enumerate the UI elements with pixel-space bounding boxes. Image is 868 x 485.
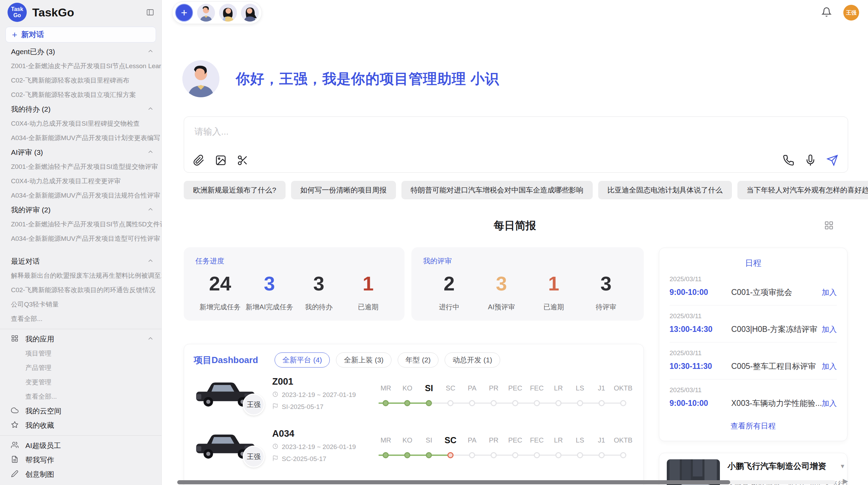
schedule-title: 日程 [670, 258, 837, 269]
doc-icon [11, 456, 19, 465]
sidebar-section-header[interactable]: 最近对话 [0, 254, 161, 269]
suggestion-chip[interactable]: 比亚迪全固态电池计划具体说了什么 [598, 181, 732, 199]
chevron-up-icon[interactable] [147, 335, 154, 344]
app-logo: Task Go [8, 3, 27, 22]
horizontal-scrollbar[interactable] [177, 480, 835, 484]
layout-grid-icon[interactable] [824, 221, 834, 232]
chat-input[interactable] [184, 117, 848, 172]
scissors-icon[interactable] [237, 154, 249, 167]
brief-stat: 3待评审 [580, 272, 632, 312]
schedule-item[interactable]: 2025/03/1113:00-14:30C003|H0B-方案冻结评审加入 [670, 305, 837, 342]
chevron-up-icon[interactable] [147, 257, 154, 266]
sidebar-item[interactable]: 解释最新出台的欧盟报废车法规再生塑料比例被调至15%... [0, 269, 161, 283]
new-chat-button[interactable]: + 新对话 [5, 27, 156, 42]
sidebar-app-item[interactable]: 查看全部... [0, 389, 161, 404]
milestone-label: SC [446, 383, 455, 393]
sidebar-item[interactable]: C0X4-动力总成开发项目工程变更评审 [0, 174, 161, 188]
schedule-item[interactable]: 2025/03/119:00-10:00X003-车辆动力学性能验...加入 [670, 379, 837, 416]
greeting-block: 你好，王强，我是你的项目管理助理 小识 [182, 60, 499, 97]
sidebar-item-star[interactable]: 我的收藏 [0, 418, 161, 433]
milestone-label: OKTB [614, 435, 632, 445]
sidebar-section-header[interactable]: 我的评审 (2) [0, 203, 161, 217]
sidebar-app-item[interactable]: 项目管理 [0, 346, 161, 361]
project-row[interactable]: 王强A0342023-12-19 ~ 2026-01-19SC-2025-05-… [194, 420, 634, 472]
scrollbar-thumb[interactable] [177, 480, 730, 484]
scroll-down-arrow-icon[interactable]: ▼ [840, 463, 845, 470]
milestone-label: SC [445, 435, 457, 445]
user-avatar[interactable]: 王强 [843, 5, 859, 21]
sidebar-app-item[interactable]: 变更管理 [0, 375, 161, 389]
sidebar-item[interactable]: Z001-全新燃油皮卡产品开发项目SI节点Lesson Learn报告 [0, 59, 161, 73]
suggestion-chip[interactable]: 如何写一份清晰的项目周报 [291, 181, 396, 199]
schedule-row: 9:00-10:00C001-立项审批会加入 [670, 287, 837, 298]
sidebar-section-my-apps[interactable]: 我的应用 [0, 332, 161, 346]
milestone-dot [469, 452, 475, 458]
add-agent-button[interactable]: + [175, 4, 193, 22]
sidebar-item[interactable]: 查看全部... [0, 312, 161, 326]
sidebar-item[interactable]: C02-飞腾新能源轻客改款项目的闭环通告反馈情况 [0, 283, 161, 297]
sidebar-item[interactable]: A034-全新新能源MUV产品开发项目造型可行性评审 [0, 232, 161, 246]
sidebar-section-label: 我的评审 (2) [11, 205, 51, 215]
schedule-item[interactable]: 2025/03/1110:30-11:30C005-整车工程目标评审加入 [670, 342, 837, 379]
suggestion-chip[interactable]: 欧洲新规最近颁布了什么? [184, 181, 286, 199]
sidebar-item[interactable]: A034-全新新能源MUV产品开发项目法规符合性评审 [0, 188, 161, 203]
project-milestone-text: SI-2025-05-17 [282, 403, 323, 411]
join-meeting-link[interactable]: 加入 [822, 287, 837, 298]
schedule-time: 13:00-14:30 [670, 325, 731, 334]
milestone-label: SI [426, 435, 432, 445]
sidebar-item-pen[interactable]: 创意制图 [0, 467, 161, 482]
phone-icon[interactable] [783, 154, 794, 167]
suggestion-chip[interactable]: 特朗普可能对进口汽车增税会对中国车企造成哪些影响 [401, 181, 593, 199]
collapse-sidebar-icon[interactable] [146, 8, 155, 18]
sidebar-section-header[interactable]: Agent已办 (3) [0, 45, 161, 59]
view-all-schedule-link[interactable]: 查看所有日程 [670, 421, 837, 431]
suggestion-chip[interactable]: 当下年轻人对汽车外观有怎样的喜好趋势 [737, 181, 868, 199]
milestone-label: LS [576, 435, 584, 445]
schedule-list: 2025/03/119:00-10:00C001-立项审批会加入2025/03/… [670, 269, 837, 416]
sidebar-item-people[interactable]: AI超级员工 [0, 438, 161, 453]
sidebar-item[interactable]: C0X4-动力总成开发项目SI里程碑提交物检查 [0, 116, 161, 131]
sidebar: Task Go TaskGo + 新对话 Agent已办 (3)Z001-全新燃… [0, 0, 162, 485]
chevron-up-icon[interactable] [147, 206, 154, 214]
notification-bell-icon[interactable] [821, 7, 832, 18]
sidebar-item[interactable]: C02-飞腾新能源轻客改款项目里程碑画布 [0, 73, 161, 88]
schedule-card: 日程 2025/03/119:00-10:00C001-立项审批会加入2025/… [659, 248, 847, 441]
milestone-label: KO [402, 435, 412, 445]
sidebar-item[interactable]: A034-全新新能源MUV产品开发项目计划变更表编写 [0, 131, 161, 145]
agent-avatar-3[interactable] [241, 4, 259, 22]
dashboard-tab[interactable]: 全新平台 (4) [275, 352, 330, 368]
schedule-item[interactable]: 2025/03/119:00-10:00C001-立项审批会加入 [670, 269, 837, 305]
image-icon[interactable] [215, 154, 227, 167]
sidebar-section-header[interactable]: AI评审 (3) [0, 145, 161, 160]
join-meeting-link[interactable]: 加入 [822, 398, 837, 409]
sidebar-section-header[interactable]: 我的待办 (2) [0, 102, 161, 116]
sidebar-nav-label: AI超级员工 [25, 441, 61, 450]
dashboard-tab[interactable]: 全新上装 (3) [336, 352, 391, 368]
sidebar-item[interactable]: 公司Q3轻卡销量 [0, 297, 161, 312]
chevron-up-icon[interactable] [147, 148, 154, 157]
main-area: + 王强 你好，王强，我是你的项目管理助理 小识 [162, 0, 868, 485]
sidebar-item-cloud[interactable]: 我的云空间 [0, 404, 161, 418]
scroll-right-arrow-icon[interactable]: ▶ [843, 477, 848, 485]
sidebar-item[interactable]: Z001-全新燃油轻卡产品开发项目SI造型提交物评审 [0, 160, 161, 174]
chevron-up-icon[interactable] [147, 105, 154, 114]
chevron-up-icon[interactable] [147, 48, 154, 56]
project-row[interactable]: 王强Z0012023-12-19 ~ 2027-01-19SI-2025-05-… [194, 368, 634, 420]
sidebar-item[interactable]: C02-飞腾新能源轻客改款项目立项汇报方案 [0, 88, 161, 102]
sidebar-item[interactable]: Z001-全新燃油轻卡产品开发项目SI节点属性5D文件评审 [0, 217, 161, 232]
sidebar-item-doc[interactable]: 帮我写作 [0, 453, 161, 467]
join-meeting-link[interactable]: 加入 [822, 324, 837, 335]
agent-avatar-2[interactable] [219, 4, 237, 22]
dashboard-tab[interactable]: 动总开发 (1) [445, 352, 500, 368]
attachment-icon[interactable] [193, 154, 205, 167]
schedule-row: 9:00-10:00X003-车辆动力学性能验...加入 [670, 398, 837, 409]
microphone-icon[interactable] [805, 154, 816, 167]
join-meeting-link[interactable]: 加入 [822, 361, 837, 372]
app-title: TaskGo [32, 6, 74, 19]
sidebar-app-item[interactable]: 产品管理 [0, 361, 161, 375]
dashboard-tab[interactable]: 年型 (2) [398, 352, 439, 368]
send-icon[interactable] [827, 154, 838, 167]
daily-brief-title: 每日简报 [162, 219, 868, 233]
sidebar-header: Task Go TaskGo [0, 0, 161, 25]
agent-avatar-1[interactable] [197, 4, 215, 22]
